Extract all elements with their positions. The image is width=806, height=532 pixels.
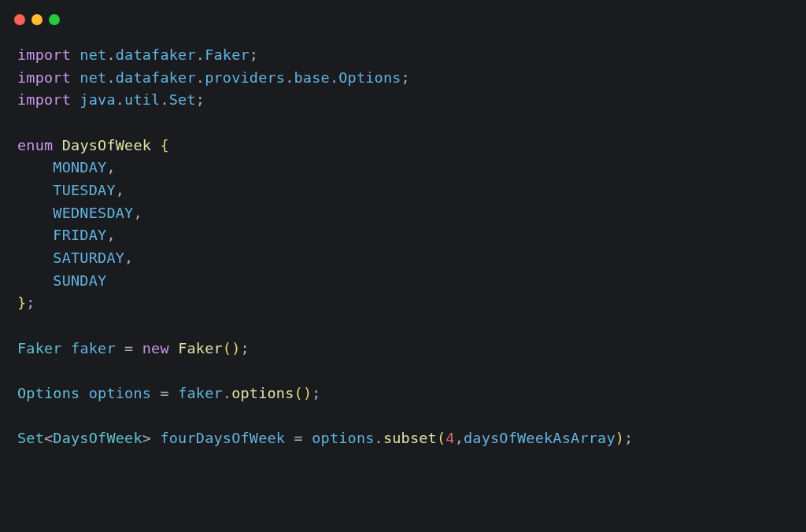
code-line: TUESDAY, (17, 179, 789, 202)
code-line: SATURDAY, (17, 247, 789, 270)
code-editor[interactable]: import net.datafaker.Faker; import net.d… (0, 25, 806, 467)
close-icon[interactable] (14, 14, 25, 25)
code-line (17, 405, 789, 428)
code-line: Faker faker = new Faker(); (17, 338, 789, 360)
code-line: import net.datafaker.providers.base.Opti… (17, 67, 789, 90)
code-line: MONDAY, (17, 157, 789, 179)
code-line: }; (17, 292, 789, 315)
code-line: Options options = faker.options(); (17, 382, 789, 405)
code-line: WEDNESDAY, (17, 202, 789, 225)
code-line: enum DaysOfWeek { (17, 135, 789, 157)
code-line: FRIDAY, (17, 224, 789, 247)
titlebar (0, 0, 806, 25)
code-line: Set<DaysOfWeek> fourDaysOfWeek = options… (17, 427, 789, 450)
code-line: SUNDAY (17, 270, 789, 293)
minimize-icon[interactable] (31, 14, 43, 25)
code-line (17, 315, 789, 338)
code-line: import java.util.Set; (17, 89, 789, 112)
zoom-icon[interactable] (49, 14, 60, 25)
code-line: import net.datafaker.Faker; (17, 44, 789, 67)
code-line (17, 112, 789, 135)
code-line (17, 360, 789, 382)
